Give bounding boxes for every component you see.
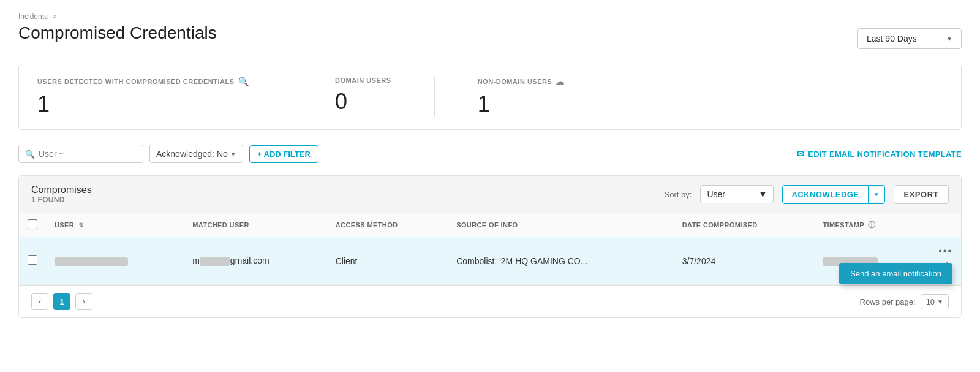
context-menu: ••• Send an email notification ➜ bbox=[933, 246, 952, 276]
stat-domain-users: DOMAIN USERS 0 bbox=[335, 77, 391, 117]
breadcrumb: Incidents > bbox=[18, 12, 962, 21]
stat-domain-users-label: DOMAIN USERS bbox=[335, 77, 391, 84]
stat-non-domain-users-label: NON-DOMAIN USERS ☁ bbox=[478, 77, 565, 86]
table-head: USER ⇅ MATCHED USER ACCESS METHOD SOURCE… bbox=[19, 213, 961, 237]
data-table: USER ⇅ MATCHED USER ACCESS METHOD SOURCE… bbox=[19, 213, 961, 285]
pagination-bar: ‹ 1 › Rows per page: 10 ▼ bbox=[19, 285, 961, 317]
stat-domain-users-value: 0 bbox=[335, 89, 391, 115]
timestamp-info-icon: ⓘ bbox=[868, 221, 875, 229]
more-options-icon[interactable]: ••• bbox=[938, 246, 952, 256]
col-actions bbox=[924, 213, 961, 237]
stat-divider-1 bbox=[292, 77, 292, 117]
col-user-label: USER bbox=[55, 221, 74, 229]
send-email-notification-option[interactable]: Send an email notification bbox=[850, 269, 941, 278]
user-sort-arrow: ⇅ bbox=[78, 222, 83, 229]
table-section: Compromises 1 FOUND Sort by: User ▼ ACKN… bbox=[18, 175, 962, 318]
row-checkbox[interactable] bbox=[28, 255, 37, 265]
breadcrumb-separator: > bbox=[52, 12, 56, 21]
stat-non-domain-users-value: 1 bbox=[478, 91, 565, 117]
col-user: USER ⇅ bbox=[46, 213, 184, 237]
acknowledged-filter[interactable]: Acknowledged: No ▼ bbox=[149, 145, 243, 163]
col-timestamp: TIMESTAMP ⓘ bbox=[814, 213, 924, 237]
acknowledged-value: No bbox=[217, 149, 228, 159]
search-input[interactable] bbox=[39, 149, 137, 159]
edit-email-label: EDIT EMAIL NOTIFICATION TEMPLATE bbox=[808, 150, 962, 159]
rows-chevron: ▼ bbox=[937, 298, 943, 305]
row-source-of-info: Combolist: '2M HQ GAMING CO... bbox=[448, 237, 674, 285]
current-page[interactable]: 1 bbox=[53, 293, 70, 310]
pagination-left: ‹ 1 › bbox=[31, 293, 92, 310]
stat-divider-2 bbox=[434, 77, 435, 117]
matched-user-prefix: m bbox=[192, 256, 200, 265]
stat-users-detected: USERS DETECTED WITH COMPROMISED CREDENTI… bbox=[37, 77, 249, 117]
stat-users-detected-value: 1 bbox=[37, 91, 249, 117]
table-title: Compromises bbox=[31, 184, 92, 195]
rows-per-page-value: 10 bbox=[926, 297, 935, 306]
edit-email-notification-button[interactable]: ✉ EDIT EMAIL NOTIFICATION TEMPLATE bbox=[797, 149, 962, 159]
sort-value: User bbox=[707, 189, 725, 199]
page-title: Compromised Credentials bbox=[18, 23, 217, 43]
row-user bbox=[46, 237, 184, 285]
col-source-of-info: SOURCE OF INFO bbox=[448, 213, 674, 237]
compromised-credentials-icon: 🔍 bbox=[238, 77, 249, 86]
acknowledged-chevron: ▼ bbox=[230, 151, 236, 158]
sort-chevron: ▼ bbox=[759, 189, 767, 199]
acknowledge-button[interactable]: ACKNOWLEDGE ▼ bbox=[782, 185, 884, 204]
matched-user-suffix: gmail.com bbox=[230, 256, 270, 265]
filters-row: 🔍 Acknowledged: No ▼ + ADD FILTER ✉ EDIT… bbox=[18, 145, 962, 163]
rows-per-page-label: Rows per page: bbox=[860, 297, 916, 306]
add-filter-label: + ADD FILTER bbox=[257, 150, 311, 159]
date-range-select[interactable]: Last 90 Days ▼ bbox=[858, 28, 962, 49]
row-date-compromised: 3/7/2024 bbox=[674, 237, 815, 285]
col-date-compromised: DATE COMPROMISED bbox=[674, 213, 815, 237]
row-matched-user: mgmail.com bbox=[184, 237, 327, 285]
select-all-checkbox[interactable] bbox=[28, 219, 37, 229]
upload-icon: ☁ bbox=[556, 77, 565, 86]
next-page-button[interactable]: › bbox=[75, 293, 92, 310]
row-checkbox-cell bbox=[19, 237, 46, 285]
sort-select[interactable]: User ▼ bbox=[700, 185, 774, 203]
table-title-area: Compromises 1 FOUND bbox=[31, 184, 92, 204]
acknowledge-main[interactable]: ACKNOWLEDGE bbox=[783, 186, 868, 203]
table-row: mgmail.com Client Combolist: '2M HQ GAMI… bbox=[19, 237, 961, 285]
table-header-row: USER ⇅ MATCHED USER ACCESS METHOD SOURCE… bbox=[19, 213, 961, 237]
breadcrumb-parent[interactable]: Incidents bbox=[18, 12, 48, 21]
row-actions-cell: ••• Send an email notification ➜ bbox=[924, 237, 961, 285]
add-filter-button[interactable]: + ADD FILTER bbox=[249, 145, 318, 163]
stat-non-domain-users: NON-DOMAIN USERS ☁ 1 bbox=[478, 77, 565, 117]
col-matched-user: MATCHED USER bbox=[184, 213, 327, 237]
email-icon: ✉ bbox=[797, 149, 804, 159]
prev-page-button[interactable]: ‹ bbox=[31, 293, 48, 310]
table-controls: Sort by: User ▼ ACKNOWLEDGE ▼ EXPORT bbox=[665, 185, 949, 204]
user-redacted bbox=[55, 257, 128, 266]
rows-per-page-select[interactable]: 10 ▼ bbox=[921, 294, 949, 309]
export-button[interactable]: EXPORT bbox=[894, 185, 949, 204]
date-range-label: Last 90 Days bbox=[867, 34, 917, 44]
col-checkbox bbox=[19, 213, 46, 237]
stat-users-detected-label: USERS DETECTED WITH COMPROMISED CREDENTI… bbox=[37, 77, 249, 86]
row-access-method: Client bbox=[327, 237, 448, 285]
table-count: 1 FOUND bbox=[31, 195, 92, 204]
table-header-bar: Compromises 1 FOUND Sort by: User ▼ ACKN… bbox=[19, 176, 961, 213]
sort-by-label: Sort by: bbox=[665, 190, 692, 199]
page-header: Compromised Credentials Last 90 Days ▼ bbox=[18, 23, 962, 49]
acknowledged-label: Acknowledged: bbox=[156, 149, 214, 159]
stats-card: USERS DETECTED WITH COMPROMISED CREDENTI… bbox=[18, 64, 962, 130]
date-range-chevron: ▼ bbox=[946, 36, 952, 42]
context-menu-popup[interactable]: Send an email notification bbox=[839, 263, 952, 284]
matched-user-redacted bbox=[200, 257, 230, 266]
search-icon: 🔍 bbox=[25, 150, 35, 159]
col-access-method: ACCESS METHOD bbox=[327, 213, 448, 237]
table-body: mgmail.com Client Combolist: '2M HQ GAMI… bbox=[19, 237, 961, 285]
rows-per-page: Rows per page: 10 ▼ bbox=[860, 294, 949, 309]
acknowledge-dropdown[interactable]: ▼ bbox=[869, 187, 884, 202]
search-input-wrap[interactable]: 🔍 bbox=[18, 145, 143, 163]
